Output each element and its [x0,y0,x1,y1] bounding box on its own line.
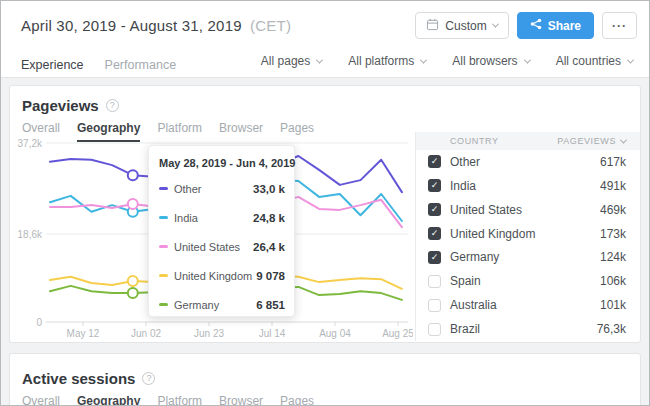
active-sessions-tab-geography[interactable]: Geography [77,394,140,405]
tooltip-rows: Other33,0 kIndia24,8 kUnited States26,4 … [159,174,285,319]
country-name: United Kingdom [450,227,535,241]
active-sessions-tabs: OverallGeographyPlatformBrowserPages [10,394,640,405]
table-row: ✓United Kingdom173k [416,222,640,246]
custom-date-label: Custom [445,19,486,33]
tooltip-series-value: 33,0 k [253,183,285,195]
tooltip-row: Other33,0 k [159,174,285,203]
country-checkbox[interactable]: ✓ [428,179,441,192]
custom-date-button[interactable]: Custom [415,12,508,39]
date-range-title: April 30, 2019 - August 31, 2019 (CET) [21,17,291,34]
country-pageviews: 617k [600,155,626,169]
active-sessions-tab-platform[interactable]: Platform [157,394,202,405]
tooltip-series-value: 26,4 k [253,241,285,253]
svg-text:18,6k: 18,6k [18,229,43,240]
series-color-dash-icon [159,245,168,248]
more-options-button[interactable]: ··· [602,12,637,39]
help-icon[interactable]: ? [142,372,155,385]
column-pageviews-sort[interactable]: PAGEVIEWS [557,136,626,146]
svg-text:0: 0 [36,317,42,328]
filter-all-countries[interactable]: All countries [556,54,633,68]
tooltip-series-label: Germany [174,299,219,311]
active-sessions-tab-browser[interactable]: Browser [219,394,263,405]
table-row: ✓United States469k [416,198,640,222]
country-name: United States [450,203,522,217]
country-pageviews: 469k [600,203,626,217]
tooltip-series-value: 9 078 [256,270,285,282]
country-table: COUNTRY PAGEVIEWS ✓Other617k✓India491k✓U… [415,132,640,341]
country-checkbox[interactable]: ✓ [428,299,441,312]
active-sessions-tab-overall[interactable]: Overall [22,394,60,405]
tooltip-title: May 28, 2019 - Jun 4, 2019 [159,157,285,169]
top-bar: April 30, 2019 - August 31, 2019 (CET) C… [1,1,649,50]
table-row: ✓Brazil76,3k [416,317,640,341]
table-header: COUNTRY PAGEVIEWS [416,132,640,150]
filter-bar: ExperiencePerformance All pagesAll platf… [1,50,649,78]
column-country: COUNTRY [450,136,499,146]
filter-all-pages[interactable]: All pages [261,54,322,68]
chevron-down-icon [420,56,427,63]
chart-tooltip: May 28, 2019 - Jun 4, 2019 Other33,0 kIn… [148,145,295,317]
active-sessions-header: Active sessions ? [10,354,640,387]
country-pageviews: 124k [600,250,626,264]
series-color-dash-icon [159,216,168,219]
chevron-down-icon [524,56,531,63]
chevron-down-icon [492,21,499,28]
country-pageviews: 491k [600,179,626,193]
series-color-dash-icon [159,303,168,306]
table-rows: ✓Other617k✓India491k✓United States469k✓U… [416,150,640,341]
tooltip-series-value: 24,8 k [253,212,285,224]
country-checkbox[interactable]: ✓ [428,227,441,240]
pageviews-content: 37,2k18,6k0May 12Jun 02Jun 23Jul 14Aug 0… [10,132,640,341]
svg-text:Aug 04: Aug 04 [319,328,351,339]
help-icon[interactable]: ? [106,99,119,112]
country-checkbox[interactable]: ✓ [428,323,441,336]
country-checkbox[interactable]: ✓ [428,155,441,168]
table-row: ✓Germany124k [416,246,640,270]
chevron-down-icon [316,56,323,63]
pageviews-header: Pageviews ? [10,86,640,114]
topbar-actions: Custom Share ··· [415,12,637,39]
ellipsis-icon: ··· [612,19,627,33]
filter-group: All pagesAll platformsAll browsersAll co… [261,50,633,68]
svg-text:Jul 14: Jul 14 [259,328,286,339]
tooltip-series-label: United Kingdom [174,270,252,282]
country-checkbox[interactable]: ✓ [428,251,441,264]
table-row: ✓Australia101k [416,293,640,317]
tooltip-series-label: Other [174,183,202,195]
page-body: Pageviews ? OverallGeographyPlatformBrow… [1,78,649,405]
timezone-label: (CET) [250,17,291,34]
country-pageviews: 173k [600,227,626,241]
analytics-window: April 30, 2019 - August 31, 2019 (CET) C… [0,0,650,406]
country-name: Germany [450,250,499,264]
tooltip-row: Germany6 851 [159,290,285,319]
country-pageviews: 106k [600,274,626,288]
tooltip-series-label: India [174,212,198,224]
country-name: Australia [450,298,497,312]
share-label: Share [548,19,581,33]
share-icon [530,18,542,33]
date-range-text: April 30, 2019 - August 31, 2019 [21,17,242,34]
tooltip-series-value: 6 851 [256,299,285,311]
country-name: Brazil [450,322,480,336]
active-sessions-tab-pages[interactable]: Pages [280,394,314,405]
country-name: India [450,179,476,193]
main-tab-performance[interactable]: Performance [103,56,179,80]
country-name: Other [450,155,480,169]
svg-text:May 12: May 12 [67,328,100,339]
pageviews-card: Pageviews ? OverallGeographyPlatformBrow… [9,85,641,343]
country-pageviews: 76,3k [597,322,626,336]
filter-all-browsers[interactable]: All browsers [452,54,529,68]
series-color-dash-icon [159,274,168,277]
svg-text:Aug 25: Aug 25 [382,328,413,339]
chevron-down-icon [627,56,634,63]
svg-text:Jun 23: Jun 23 [194,328,224,339]
tooltip-series-label: United States [174,241,240,253]
filter-all-platforms[interactable]: All platforms [348,54,426,68]
svg-text:37,2k: 37,2k [18,138,43,149]
country-name: Spain [450,274,481,288]
table-row: ✓Other617k [416,150,640,174]
active-sessions-card: Active sessions ? OverallGeographyPlatfo… [9,353,641,405]
country-checkbox[interactable]: ✓ [428,275,441,288]
country-checkbox[interactable]: ✓ [428,203,441,216]
share-button[interactable]: Share [517,12,594,39]
